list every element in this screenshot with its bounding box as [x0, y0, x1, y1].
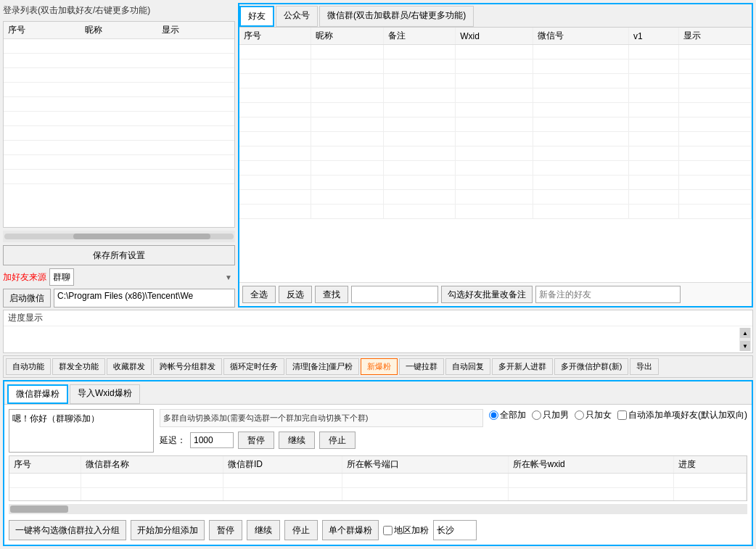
- radio-female-label: 只加女: [586, 409, 612, 421]
- bottom-section: 微信群爆粉 导入Wxid爆粉 嗯！你好（群聊添加） 多群自动切换添加(需要勾选群…: [3, 380, 753, 546]
- pause-button[interactable]: 暂停: [238, 432, 274, 449]
- col-nickname: 昵称: [81, 22, 157, 39]
- func-tab-cleanup[interactable]: 清理[备注]僵尸粉: [286, 358, 359, 375]
- scrollbar-thumb: [73, 234, 211, 239]
- table-row: [4, 126, 234, 141]
- scrollbar-track: [4, 234, 234, 239]
- region-add-label: 地区加粉: [394, 524, 429, 537]
- bottom-actions: 一键将勾选微信群拉入分组 开始加分组添加 暂停 继续 停止 单个群爆粉 地区加粉: [9, 517, 747, 540]
- region-input[interactable]: [433, 520, 477, 540]
- sub-tab-wechat-group[interactable]: 微信群爆粉: [7, 384, 68, 404]
- func-tab-auto-reply[interactable]: 自动回复: [445, 358, 490, 375]
- top-section: 登录列表(双击加载好友/右键更多功能) 序号 昵称 显示: [3, 3, 753, 307]
- tab-friends[interactable]: 好友: [239, 6, 274, 27]
- search-button[interactable]: 查找: [315, 286, 348, 303]
- pause-button-2[interactable]: 暂停: [209, 520, 242, 540]
- table-row: [4, 54, 234, 68]
- sub-tab-wxid[interactable]: 导入Wxid爆粉: [70, 384, 140, 404]
- table-row: [239, 74, 752, 88]
- friend-col-wechat: 微信号: [533, 28, 629, 45]
- add-friend-label: 加好友来源: [3, 271, 46, 284]
- wechat-path: C:\Program Files (x86)\Tencent\We: [54, 289, 235, 307]
- continue-button[interactable]: 继续: [279, 432, 315, 449]
- start-add-button[interactable]: 开始加分组添加: [131, 520, 205, 540]
- func-tab-cross-account[interactable]: 跨帐号分组群发: [153, 358, 222, 375]
- friend-col-num: 序号: [239, 28, 311, 45]
- radio-male[interactable]: 只加男: [532, 409, 569, 421]
- progress-label: 进度显示: [4, 310, 752, 326]
- deselect-button[interactable]: 反选: [279, 286, 312, 303]
- login-table: 序号 昵称 显示: [4, 22, 234, 184]
- table-row: [9, 474, 747, 488]
- add-friend-row: 加好友来源 群聊 附近: [3, 268, 235, 286]
- source-select[interactable]: 群聊 附近: [49, 268, 74, 286]
- function-tabs: 自动功能 群发全功能 收藏群发 跨帐号分组群发 循环定时任务 清理[备注]僵尸粉…: [3, 355, 753, 378]
- bottom-content: 嗯！你好（群聊添加） 多群自动切换添加(需要勾选群一个群加完自动切换下个群) 延…: [4, 405, 752, 545]
- func-tab-broadcast[interactable]: 群发全功能: [52, 358, 105, 375]
- left-panel-title: 登录列表(双击加载好友/右键更多功能): [3, 3, 235, 18]
- table-row: [239, 176, 752, 190]
- start-wechat-button[interactable]: 启动微信: [3, 289, 51, 307]
- vertical-scrollbar[interactable]: ▲ ▼: [739, 328, 751, 351]
- table-row: [4, 97, 234, 112]
- radio-female-input[interactable]: [575, 410, 584, 420]
- save-all-button[interactable]: 保存所有设置: [3, 245, 235, 265]
- group-col-progress: 进度: [674, 456, 747, 474]
- auto-add-checkbox-row: 自动添加单项好友(默认加双向): [617, 409, 747, 421]
- table-row: [9, 488, 747, 502]
- table-row: [239, 146, 752, 161]
- delay-label: 延迟：: [160, 434, 186, 447]
- message-textarea[interactable]: 嗯！你好（群聊添加）: [9, 409, 154, 453]
- h-scrollbar-thumb: [10, 505, 68, 513]
- radio-all-input[interactable]: [489, 410, 498, 420]
- table-row: [4, 112, 234, 126]
- table-row: [4, 68, 234, 83]
- auto-add-checkbox[interactable]: [617, 410, 627, 420]
- radio-female[interactable]: 只加女: [575, 409, 612, 421]
- start-wechat-row: 启动微信 C:\Program Files (x86)\Tencent\We: [3, 289, 235, 307]
- tab-public[interactable]: 公众号: [276, 6, 318, 27]
- progress-content: ▲ ▼: [4, 326, 752, 352]
- scroll-down-arrow[interactable]: ▼: [740, 341, 750, 351]
- new-remark-input[interactable]: [535, 286, 681, 303]
- tab-groups[interactable]: 微信群(双击加载群员/右键更多功能): [319, 6, 474, 27]
- radio-all[interactable]: 全部加: [489, 409, 526, 421]
- group-col-wxid: 所在帐号wxid: [508, 456, 674, 474]
- func-tab-collect[interactable]: 收藏群发: [107, 358, 152, 375]
- stop-button[interactable]: 停止: [319, 432, 356, 449]
- stop-button-2[interactable]: 停止: [284, 520, 318, 540]
- bottom-sub-tabs: 微信群爆粉 导入Wxid爆粉: [4, 381, 752, 405]
- multi-group-description: 多群自动切换添加(需要勾选群一个群加完自动切换下个群): [160, 409, 483, 427]
- table-row: [239, 117, 752, 132]
- main-container: 登录列表(双击加载好友/右键更多功能) 序号 昵称 显示: [0, 0, 756, 549]
- func-tab-scheduled[interactable]: 循环定时任务: [223, 358, 284, 375]
- func-tab-pull-group[interactable]: 一键拉群: [399, 358, 444, 375]
- group-col-num: 序号: [9, 456, 81, 474]
- group-table: 序号 微信群名称 微信群ID 所在帐号端口 所在帐号wxid 进度: [9, 456, 747, 501]
- left-panel: 登录列表(双击加载好友/右键更多功能) 序号 昵称 显示: [3, 3, 235, 307]
- table-row: [239, 59, 752, 74]
- friend-col-remark: 备注: [383, 28, 456, 45]
- group-horizontal-scrollbar[interactable]: [9, 504, 747, 514]
- table-row: [4, 83, 234, 97]
- horizontal-scrollbar[interactable]: [3, 231, 235, 242]
- select-all-button[interactable]: 全选: [242, 286, 276, 303]
- delay-input[interactable]: [190, 432, 234, 448]
- friend-col-display: 显示: [679, 28, 752, 45]
- func-tab-new-people[interactable]: 多开新人进群: [492, 358, 553, 375]
- batch-remark-button[interactable]: 勾选好友批量改备注: [441, 286, 533, 303]
- pull-into-group-button[interactable]: 一键将勾选微信群拉入分组: [9, 520, 126, 540]
- func-tab-new-explosion[interactable]: 新爆粉: [361, 358, 398, 375]
- scroll-up-arrow[interactable]: ▲: [740, 328, 750, 338]
- col-display: 显示: [157, 22, 234, 39]
- single-group-button[interactable]: 单个群爆粉: [322, 520, 379, 540]
- region-add-checkbox[interactable]: [383, 526, 393, 535]
- region-add-checkbox-row[interactable]: 地区加粉: [383, 524, 429, 537]
- login-table-container: 序号 昵称 显示: [3, 21, 235, 228]
- search-input[interactable]: [351, 286, 438, 303]
- continue-button-2[interactable]: 继续: [247, 520, 280, 540]
- radio-male-input[interactable]: [532, 410, 541, 420]
- func-tab-multi-guard[interactable]: 多开微信护群(新): [554, 358, 628, 375]
- func-tab-export[interactable]: 导出: [630, 358, 659, 375]
- func-tab-auto[interactable]: 自动功能: [6, 358, 51, 375]
